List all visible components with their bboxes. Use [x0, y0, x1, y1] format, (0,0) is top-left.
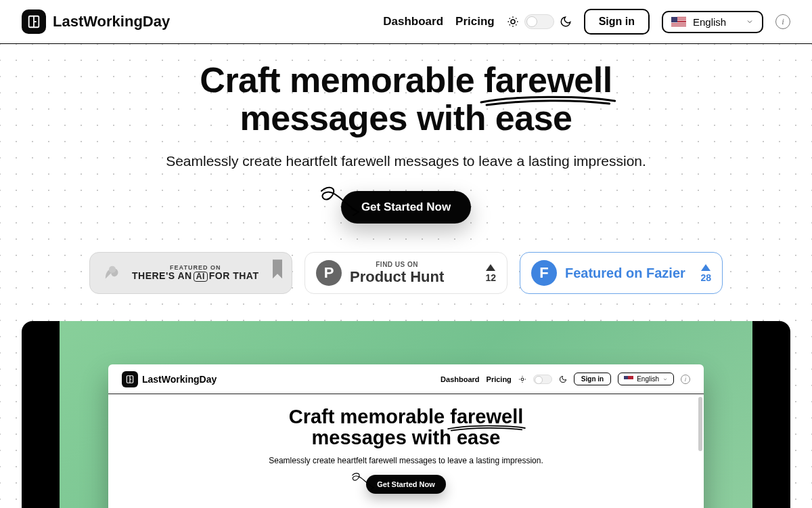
sun-icon [507, 16, 519, 28]
badge-taaft[interactable]: FEATURED ON THERE'S ANAIFOR THAT [89, 252, 292, 294]
preview-nav-dashboard: Dashboard [441, 375, 479, 383]
producthunt-logo-icon: P [316, 260, 342, 286]
hero-title-pre: Craft memorable [200, 60, 484, 100]
badge-producthunt[interactable]: P FIND US ON Product Hunt 12 [304, 252, 508, 294]
hero-subtitle: Seamlessly create heartfelt farewell mes… [0, 153, 812, 169]
nav-right: Dashboard Pricing Sign in English i [383, 9, 790, 35]
preview-logo-icon [122, 371, 138, 387]
preview-squiggle-icon [345, 471, 379, 495]
site-header: LastWorkingDay Dashboard Pricing Sign in… [0, 0, 812, 44]
preview-signin: Sign in [574, 373, 611, 385]
logo[interactable]: LastWorkingDay [22, 9, 170, 34]
logo-mark-icon [22, 9, 46, 34]
preview-scribble-icon [447, 424, 526, 432]
chevron-down-icon [746, 18, 754, 26]
nav-pricing[interactable]: Pricing [455, 15, 495, 28]
preview-gradient: LastWorkingDay Dashboard Pricing Sign in… [60, 321, 752, 508]
flex-arm-icon [101, 261, 124, 284]
preview-info-icon: i [681, 375, 690, 384]
triangle-up-icon [486, 264, 495, 271]
bookmark-icon [273, 259, 282, 278]
preview-hero-title: Craft memorable farewell messages with e… [108, 406, 704, 448]
badge-fazier[interactable]: F Featured on Fazier 28 [520, 252, 723, 294]
theme-toggle[interactable] [524, 14, 554, 29]
svg-point-1 [511, 20, 515, 24]
preview-sun-icon [518, 375, 526, 383]
fz-count: 28 [700, 273, 711, 282]
preview-scrollbar [698, 397, 702, 451]
preview-subtitle: Seamlessly create heartfelt farewell mes… [108, 456, 704, 465]
preview-header: LastWorkingDay Dashboard Pricing Sign in… [108, 364, 704, 394]
signin-button[interactable]: Sign in [584, 9, 650, 35]
language-select[interactable]: English [662, 11, 763, 33]
preview-nav-pricing: Pricing [487, 375, 512, 383]
taaft-line2: THERE'S ANAIFOR THAT [132, 271, 258, 282]
hero: Craft memorable farewell messages with e… [0, 44, 812, 294]
ph-count: 12 [485, 273, 496, 282]
preview-moon-icon [559, 375, 567, 383]
theme-switcher [507, 14, 572, 29]
nav-dashboard[interactable]: Dashboard [383, 15, 443, 28]
preview-chevron-icon [662, 377, 668, 382]
logo-text: LastWorkingDay [53, 13, 170, 30]
triangle-up-icon [701, 264, 710, 271]
hero-title: Craft memorable farewell messages with e… [0, 62, 812, 137]
svg-point-4 [521, 378, 524, 381]
fz-text: Featured on Fazier [565, 266, 685, 281]
preview-lang: English [618, 373, 674, 385]
badges-row: FEATURED ON THERE'S ANAIFOR THAT P FIND … [0, 252, 812, 294]
language-label: English [693, 16, 739, 28]
moon-icon [560, 16, 572, 28]
cta-row: Get Started Now [0, 191, 812, 224]
squiggle-arrow-icon [311, 184, 365, 225]
fz-upvote: 28 [700, 264, 711, 282]
preview-hero: Craft memorable farewell messages with e… [108, 394, 704, 494]
preview-logo-text: LastWorkingDay [142, 374, 217, 385]
info-icon[interactable]: i [775, 14, 790, 29]
scribble-underline-icon [480, 94, 616, 108]
product-preview: LastWorkingDay Dashboard Pricing Sign in… [22, 321, 790, 508]
preview-theme-toggle [533, 375, 552, 384]
svg-point-2 [109, 266, 116, 273]
preview-window: LastWorkingDay Dashboard Pricing Sign in… [108, 364, 704, 508]
ph-upvote: 12 [485, 264, 496, 282]
fazier-logo-icon: F [531, 260, 557, 286]
preview-flag-icon [624, 376, 633, 382]
flag-us-icon [671, 17, 686, 26]
ph-line2: Product Hunt [350, 269, 444, 284]
